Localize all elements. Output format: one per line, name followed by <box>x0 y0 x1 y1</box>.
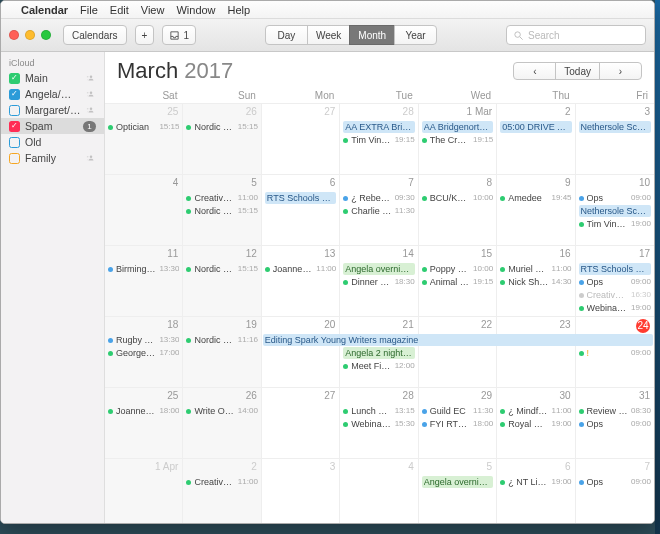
event[interactable]: Ops09:00 <box>579 192 651 204</box>
event[interactable]: Creative S…11:00 <box>186 476 257 488</box>
today-button[interactable]: Today <box>555 62 600 80</box>
day-cell[interactable]: 5Creative S…11:00Nordic Wa…15:15 <box>183 175 261 246</box>
event[interactable]: The Craft…19:15 <box>422 134 493 146</box>
inbox-button[interactable]: 1 <box>162 25 196 45</box>
day-cell[interactable]: 2Creative S…11:00 <box>183 459 261 524</box>
day-cell[interactable]: 14Angela overnigh…Dinner wit…18:30 <box>340 246 418 317</box>
day-cell[interactable]: 26Write On! r…14:00 <box>183 388 261 459</box>
event[interactable]: ¿ Mindfuln…11:00 <box>500 405 571 417</box>
view-month[interactable]: Month <box>349 25 395 45</box>
event[interactable]: Ops09:00 <box>579 476 651 488</box>
event[interactable]: 05:00 DRIVE AA… <box>500 121 571 133</box>
event[interactable]: Nordic Wa…15:15 <box>186 205 257 217</box>
view-week[interactable]: Week <box>307 25 350 45</box>
day-cell[interactable]: 1 Apr <box>105 459 183 524</box>
event[interactable]: Charlie Jor…11:30 <box>343 205 414 217</box>
event[interactable]: Poppy Kee…10:00 <box>422 263 493 275</box>
event[interactable]: Webinar p…15:30 <box>343 418 414 430</box>
menu-view[interactable]: View <box>141 4 165 16</box>
day-cell[interactable]: 30¿ Mindfuln…11:00Royal Ope…19:00 <box>497 388 575 459</box>
day-cell[interactable]: 9Amedee19:45 <box>497 175 575 246</box>
day-cell[interactable]: 28AA EXTRA Bridg…Tim Vine T…19:15 <box>340 104 418 175</box>
day-cell[interactable]: 21Next RTS…18:30Angela 2 nights…Meet Fil… <box>340 317 418 388</box>
event[interactable]: Guild EC11:30 <box>422 405 493 417</box>
event[interactable]: Nethersole School <box>579 121 651 133</box>
event[interactable]: Joanne Ri…11:00 <box>265 263 336 275</box>
event[interactable]: George Sa…17:00 <box>108 347 179 359</box>
event[interactable]: ¿ NT Live…19:00 <box>500 476 571 488</box>
event[interactable]: Muriel Mc…11:00 <box>500 263 571 275</box>
event[interactable]: Nordic Wa…15:15 <box>186 121 257 133</box>
event[interactable]: Webinar p…19:00 <box>579 302 651 314</box>
event[interactable]: Nick Shar…14:30 <box>500 276 571 288</box>
day-cell[interactable]: 10Ops09:00Nethersole SchoolTim Vine:…19:… <box>576 175 654 246</box>
event[interactable]: AA EXTRA Bridg… <box>343 121 414 133</box>
menu-calendar[interactable]: Calendar <box>21 4 68 16</box>
day-cell[interactable]: 29Guild EC11:30FYI RTS E…18:00 <box>419 388 497 459</box>
day-cell[interactable]: 27 <box>262 388 340 459</box>
event[interactable]: Creative P…16:30 <box>579 289 651 301</box>
event[interactable]: Angela overnigh… <box>343 263 414 275</box>
day-cell[interactable]: 6¿ NT Live…19:00 <box>497 459 575 524</box>
event[interactable]: Animal Lul…19:15 <box>422 276 493 288</box>
day-cell[interactable]: 6RTS Schools Da… <box>262 175 340 246</box>
menu-window[interactable]: Window <box>176 4 215 16</box>
sidebar-item-0[interactable]: ✓Main <box>1 70 104 86</box>
view-day[interactable]: Day <box>265 25 308 45</box>
event[interactable]: Optician15:15 <box>108 121 179 133</box>
calendar-checkbox[interactable]: ✓ <box>9 121 20 132</box>
day-cell[interactable]: 5Angela overnigh… <box>419 459 497 524</box>
event[interactable]: Nordic Wa…11:16 <box>186 334 257 346</box>
add-button[interactable]: + <box>135 25 155 45</box>
sidebar-item-3[interactable]: ✓Spam1 <box>1 118 104 134</box>
day-cell[interactable]: 18Rugby You…13:30George Sa…17:00 <box>105 317 183 388</box>
sidebar-item-1[interactable]: ✓Angela/Willi… <box>1 86 104 102</box>
event[interactable]: Tim Vine:…19:00 <box>579 218 651 230</box>
day-cell[interactable]: 25Joanne an…18:00 <box>105 388 183 459</box>
day-cell[interactable]: 28Lunch wit…13:15Webinar p…15:30 <box>340 388 418 459</box>
prev-month-button[interactable]: ‹ <box>513 62 556 80</box>
search-input[interactable]: Search <box>506 25 646 45</box>
sidebar-item-4[interactable]: Old <box>1 134 104 150</box>
month-grid[interactable]: 25Optician15:1526Nordic Wa…15:152728AA E… <box>105 103 654 524</box>
event[interactable]: Ops09:00 <box>579 276 651 288</box>
day-cell[interactable]: 24Ops09:00!09:00 <box>576 317 654 388</box>
day-cell[interactable]: 7¿ Rebecca…09:30Charlie Jor…11:30 <box>340 175 418 246</box>
event[interactable]: Nethersole School <box>579 205 651 217</box>
day-cell[interactable]: 19Nordic Wa…11:16 <box>183 317 261 388</box>
minimize-icon[interactable] <box>25 30 35 40</box>
day-cell[interactable]: 12Nordic Wa…15:15 <box>183 246 261 317</box>
calendars-toggle-button[interactable]: Calendars <box>63 25 127 45</box>
event[interactable]: Meet File…12:00 <box>343 360 414 372</box>
view-year[interactable]: Year <box>394 25 437 45</box>
calendar-checkbox[interactable] <box>9 137 20 148</box>
day-cell[interactable]: 31Review of…08:30Ops09:00 <box>576 388 654 459</box>
day-cell[interactable]: 3Nethersole School <box>576 104 654 175</box>
day-cell[interactable]: 16Muriel Mc…11:00Nick Shar…14:30 <box>497 246 575 317</box>
event[interactable]: RTS Schools Da… <box>579 263 651 275</box>
next-month-button[interactable]: › <box>599 62 642 80</box>
event[interactable]: Tim Vine T…19:15 <box>343 134 414 146</box>
event[interactable]: Nordic Wa…15:15 <box>186 263 257 275</box>
event[interactable]: Birmingham…13:30 <box>108 263 179 275</box>
event[interactable]: Rugby You…13:30 <box>108 334 179 346</box>
sidebar-item-5[interactable]: Family <box>1 150 104 166</box>
day-cell[interactable]: 17RTS Schools Da…Ops09:00Creative P…16:3… <box>576 246 654 317</box>
event[interactable]: ¿ Rebecca…09:30 <box>343 192 414 204</box>
day-cell[interactable]: 8BCU/Kate…10:00 <box>419 175 497 246</box>
day-cell[interactable]: 205:00 DRIVE AA… <box>497 104 575 175</box>
calendar-checkbox[interactable]: ✓ <box>9 73 20 84</box>
event[interactable]: Lunch wit…13:15 <box>343 405 414 417</box>
event[interactable]: FYI RTS E…18:00 <box>422 418 493 430</box>
menu-help[interactable]: Help <box>228 4 251 16</box>
event[interactable]: Creative S…11:00 <box>186 192 257 204</box>
day-cell[interactable]: 23RTS Road…11:45 <box>497 317 575 388</box>
day-cell[interactable]: 1 MarAA Bridgenorth…The Craft…19:15 <box>419 104 497 175</box>
close-icon[interactable] <box>9 30 19 40</box>
calendar-checkbox[interactable] <box>9 105 20 116</box>
day-cell[interactable]: 25Optician15:15 <box>105 104 183 175</box>
day-cell[interactable]: 3 <box>262 459 340 524</box>
event[interactable]: RTS Schools Da… <box>265 192 336 204</box>
event[interactable]: Ops09:00 <box>579 418 651 430</box>
menu-file[interactable]: File <box>80 4 98 16</box>
